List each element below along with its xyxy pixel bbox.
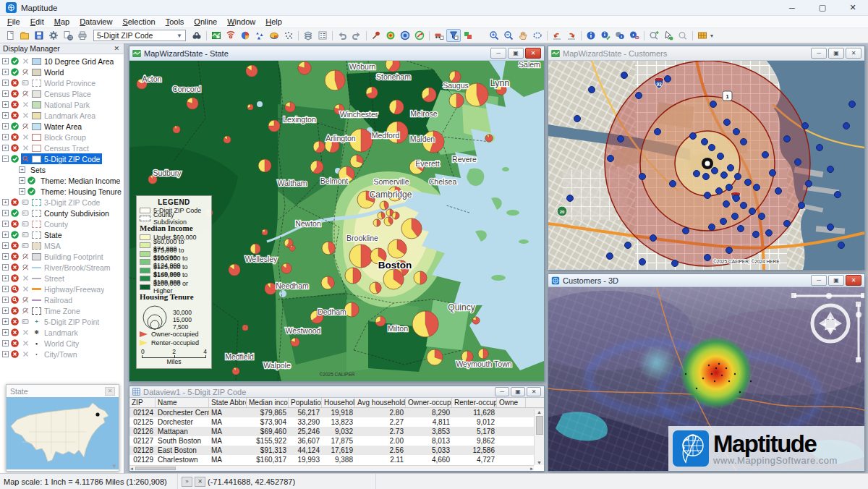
layer-hidden-icon[interactable] xyxy=(11,220,19,228)
layer-autoscale-icon[interactable] xyxy=(22,155,30,163)
expand-toggle[interactable]: + xyxy=(2,351,9,357)
dataview-column-headers[interactable]: ZIPNameState AbbrevMedian incomePopulati… xyxy=(129,398,544,408)
expand-toggle[interactable]: + xyxy=(2,275,9,281)
layer-item-5-digit-zip-code[interactable]: −5-Digit ZIP Code xyxy=(0,153,124,164)
column-header-owne[interactable]: Owne xyxy=(497,398,526,407)
expand-toggle[interactable]: + xyxy=(2,340,9,346)
menu-edit[interactable]: Edit xyxy=(25,17,49,27)
print-button[interactable] xyxy=(75,29,90,42)
customer-point[interactable] xyxy=(574,116,581,122)
customer-point[interactable] xyxy=(726,184,733,191)
select-route-button[interactable] xyxy=(661,29,676,42)
layer-item-highway-freeway[interactable]: +Highway/Freeway xyxy=(0,284,124,294)
layer-style-swatch[interactable] xyxy=(32,80,41,87)
customer-point[interactable] xyxy=(621,72,628,79)
legend-button[interactable] xyxy=(315,29,330,42)
dataview-horizontal-scrollbar[interactable]: ◄► xyxy=(129,465,534,471)
table-row-02124[interactable]: 02124Dorchester CenterMA$79,86556,21719,… xyxy=(129,408,544,417)
hotspot-theme-button[interactable] xyxy=(224,29,238,42)
layer-item-building-footprint[interactable]: +Building Footprint xyxy=(0,251,124,262)
layer-style-swatch[interactable]: ● xyxy=(32,351,41,358)
customer-point[interactable] xyxy=(650,235,657,242)
layer-autoscale-icon[interactable] xyxy=(22,79,30,87)
customer-point[interactable] xyxy=(733,195,740,202)
customers-window-minimize[interactable]: ─ xyxy=(811,48,827,59)
save-settings-button[interactable] xyxy=(46,29,61,42)
customer-point[interactable] xyxy=(709,145,715,151)
maximize-button[interactable]: ▢ xyxy=(807,0,838,16)
customers-window-titlebar[interactable]: MapWizardState - Customers ─ ▣ ✕ xyxy=(548,46,864,61)
minimap-resize-grip[interactable]: ▼ xyxy=(111,463,117,469)
minimize-button[interactable]: ─ xyxy=(777,0,807,16)
expand-toggle[interactable]: + xyxy=(2,253,9,260)
layer-visible-icon[interactable] xyxy=(11,231,19,239)
zoom-in-button[interactable] xyxy=(487,29,501,42)
layer-hidden-icon[interactable] xyxy=(11,339,19,347)
display-manager-toggle-button[interactable] xyxy=(446,29,461,42)
layer-hidden-icon[interactable] xyxy=(11,252,19,260)
layer-hidden-icon[interactable] xyxy=(11,198,19,206)
customer-point[interactable] xyxy=(589,87,595,93)
layer-visible-icon[interactable] xyxy=(11,122,19,130)
map-window-restore[interactable]: ▣ xyxy=(508,48,524,59)
layer-hidden-icon[interactable] xyxy=(11,274,19,282)
layer-item-landmark[interactable]: +✱Landmark xyxy=(0,327,124,338)
customer-point[interactable] xyxy=(827,224,834,231)
layer-autoscale-icon[interactable] xyxy=(22,144,30,152)
layer-hidden-icon[interactable] xyxy=(11,350,19,358)
open-folder-button[interactable] xyxy=(17,29,32,42)
menu-online[interactable]: Online xyxy=(189,17,222,27)
layer-autoscale-icon[interactable] xyxy=(22,339,30,347)
expand-toggle[interactable]: + xyxy=(2,318,9,325)
menu-window[interactable]: Window xyxy=(222,17,260,27)
layer-style-swatch[interactable] xyxy=(32,299,41,301)
expand-toggle[interactable]: + xyxy=(2,123,9,129)
customer-point[interactable] xyxy=(806,181,812,187)
column-header-renter-occupied[interactable]: Renter-occupied xyxy=(452,398,497,407)
customer-point[interactable] xyxy=(665,76,671,82)
map-legend[interactable]: LEGEND 5-Digit ZIP CodeCounty Subdivisio… xyxy=(136,195,212,369)
layer-item-landmark-area[interactable]: +Landmark Area xyxy=(0,110,124,121)
layer-autoscale-icon[interactable] xyxy=(22,57,30,65)
customer-point[interactable] xyxy=(775,188,782,195)
layer-style-swatch[interactable] xyxy=(32,307,41,315)
customer-point[interactable] xyxy=(712,168,718,174)
customer-point[interactable] xyxy=(702,139,708,145)
layer-hidden-icon[interactable] xyxy=(11,144,19,152)
layer-style-swatch[interactable] xyxy=(32,231,41,239)
layer-item-block-group[interactable]: +Block Group xyxy=(0,132,124,143)
layer-style-swatch[interactable] xyxy=(32,253,41,260)
layer-item-river-brook-stream[interactable]: +River/Brook/Stream xyxy=(0,262,124,273)
customer-point[interactable] xyxy=(849,101,856,108)
layer-visible-icon[interactable] xyxy=(27,187,35,195)
hot-spot-button[interactable] xyxy=(383,29,398,42)
expand-toggle[interactable]: + xyxy=(19,166,25,173)
customer-point[interactable] xyxy=(735,174,741,180)
print-setup-button[interactable] xyxy=(61,29,75,42)
customer-point[interactable] xyxy=(843,123,850,129)
customer-point[interactable] xyxy=(770,170,776,177)
table-row-02129[interactable]: 02129CharlestownMA$160,31719,9939,3882.1… xyxy=(129,455,544,464)
dataview-window[interactable]: Dataview1 - 5-Digit ZIP Code ─ ▣ ✕ ZIPNa… xyxy=(129,386,545,472)
column-header-name[interactable]: Name xyxy=(156,398,209,407)
column-header-households[interactable]: Households xyxy=(322,398,355,407)
layer-style-swatch[interactable] xyxy=(32,210,41,217)
threed-window-titlebar[interactable]: Customers - 3D ─ ▣ ✕ xyxy=(548,274,864,287)
customer-point[interactable] xyxy=(639,259,646,265)
customer-point[interactable] xyxy=(817,145,823,151)
window-customers-3d[interactable]: Customers - 3D ─ ▣ ✕ xyxy=(548,273,865,472)
customer-point[interactable] xyxy=(728,165,734,171)
customer-point[interactable] xyxy=(625,242,631,249)
customer-point[interactable] xyxy=(745,179,752,186)
layer-style-swatch[interactable] xyxy=(32,112,41,119)
layer-style-swatch[interactable] xyxy=(32,145,41,152)
expand-toggle[interactable]: + xyxy=(2,264,9,271)
layer-autoscale-icon[interactable] xyxy=(22,285,30,293)
layer-style-swatch[interactable] xyxy=(32,101,41,109)
layer-hidden-icon[interactable] xyxy=(11,133,19,141)
layer-style-swatch[interactable] xyxy=(32,123,41,130)
table-row-02128[interactable]: 02128East BostonMA$91,31344,12417,6192.5… xyxy=(129,446,544,455)
layer-hidden-icon[interactable] xyxy=(11,263,19,271)
layer-hidden-icon[interactable] xyxy=(11,79,19,87)
customer-point[interactable] xyxy=(754,184,760,191)
